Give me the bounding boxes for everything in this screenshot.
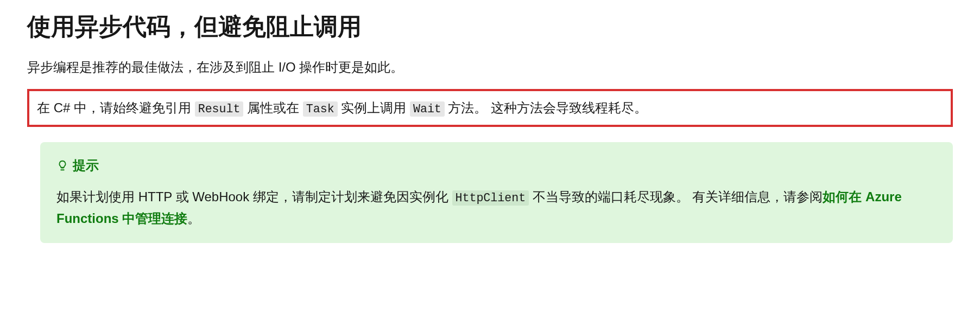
tip-alert-body: 如果计划使用 HTTP 或 WebHook 绑定，请制定计划来避免因实例化 Ht… (56, 186, 937, 231)
section-heading: 使用异步代码，但避免阻止调用 (27, 11, 953, 42)
intro-paragraph: 异步编程是推荐的最佳做法，在涉及到阻止 I/O 操作时更是如此。 (27, 57, 953, 78)
text-segment: 在 C# 中，请始终避免引用 (37, 100, 195, 115)
text-segment: 不当导致的端口耗尽现象。 有关详细信息，请参阅 (529, 189, 823, 204)
code-result: Result (195, 101, 244, 117)
code-wait: Wait (410, 101, 445, 117)
tip-alert: 提示 如果计划使用 HTTP 或 WebHook 绑定，请制定计划来避免因实例化… (40, 142, 953, 243)
text-segment: 方法。 这种方法会导致线程耗尽。 (445, 100, 647, 115)
highlighted-paragraph: 在 C# 中，请始终避免引用 Result 属性或在 Task 实例上调用 Wa… (37, 98, 943, 119)
tip-label: 提示 (73, 155, 99, 176)
code-task: Task (303, 101, 338, 117)
text-segment: 如果计划使用 HTTP 或 WebHook 绑定，请制定计划来避免因实例化 (56, 189, 452, 204)
text-segment: 。 (187, 211, 200, 226)
code-httpclient: HttpClient (452, 190, 529, 206)
tip-alert-title: 提示 (56, 155, 937, 176)
lightbulb-icon (56, 159, 68, 171)
highlighted-paragraph-box: 在 C# 中，请始终避免引用 Result 属性或在 Task 实例上调用 Wa… (27, 89, 953, 127)
text-segment: 实例上调用 (338, 100, 410, 115)
text-segment: 属性或在 (243, 100, 302, 115)
